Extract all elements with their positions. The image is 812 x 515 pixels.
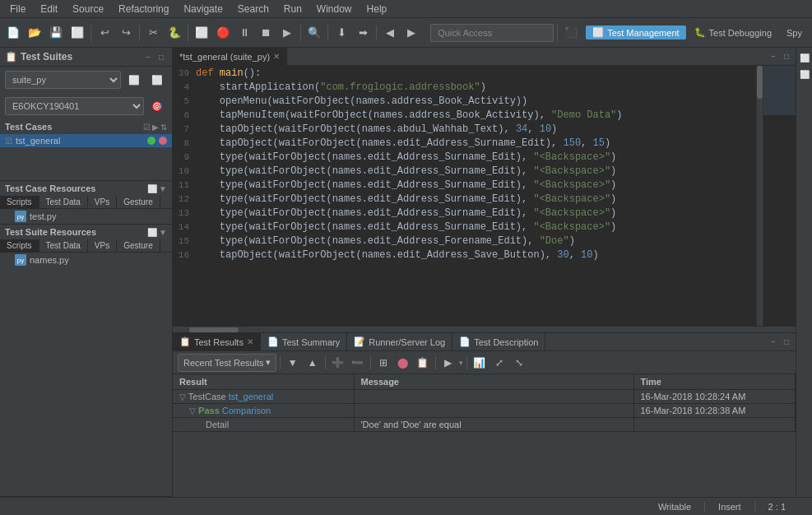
pause-button[interactable]: ⏸ (234, 23, 254, 43)
horizontal-scrollbar[interactable] (173, 326, 796, 332)
tc-checkbox[interactable]: ☑ (143, 123, 151, 132)
step-over-button[interactable]: ➡ (353, 23, 373, 43)
right-strip-btn-1[interactable]: ⬜ (798, 51, 811, 64)
menu-search[interactable]: Search (231, 2, 276, 16)
maximize-test-suites[interactable]: □ (155, 51, 167, 63)
line-code-6: tapMenuItem(waitForObject(names.address_… (196, 109, 756, 121)
bt-run-btn[interactable]: ▶ (439, 354, 457, 372)
sr-add[interactable]: ⬜ (147, 228, 157, 237)
resources-section: Test Case Resources ⬜ ▼ Scripts Test Dat… (0, 181, 172, 225)
suite-dropdown[interactable]: suite_py (5, 71, 121, 89)
bt-copy-btn[interactable]: 📋 (414, 354, 432, 372)
tab-runner-log[interactable]: 📝 Runner/Server Log (347, 333, 452, 350)
res-add[interactable]: ⬜ (147, 184, 157, 193)
forward-button[interactable]: ▶ (401, 23, 421, 43)
line-code-4: startApplication("com.froglogic.addressb… (196, 81, 756, 93)
minimize-bottom[interactable]: − (768, 336, 779, 348)
record-button[interactable]: 🔴 (213, 23, 233, 43)
row2-pass-label: Pass (198, 406, 222, 415)
menu-run[interactable]: Run (277, 2, 309, 16)
bt-grid-btn[interactable]: ⊞ (374, 354, 392, 372)
tc-sort[interactable]: ⇅ (160, 123, 167, 132)
maximize-bottom[interactable]: □ (781, 336, 792, 348)
bt-collapse-btn[interactable]: ⤡ (510, 354, 528, 372)
suite-add-btn[interactable]: ⬜ (124, 70, 144, 90)
playback-button[interactable]: ▶ (277, 23, 297, 43)
suite-res-tab-gesture[interactable]: Gesture (117, 239, 160, 252)
code-content[interactable]: 39 def main(): 4 startApplication("com.f… (173, 66, 756, 326)
minimize-test-suites[interactable]: − (142, 51, 154, 63)
suite-res-tab-vps[interactable]: VPs (88, 239, 117, 252)
suite-settings-btn[interactable]: ⬜ (147, 70, 167, 90)
bt-down-btn[interactable]: ▼ (284, 354, 302, 372)
bt-stop-btn[interactable]: ⬤ (394, 354, 412, 372)
perspective-test-management[interactable]: ⬜ Test Management (586, 26, 685, 39)
bt-run-arrow[interactable]: ▾ (459, 359, 463, 367)
tc-run[interactable]: ▶ (152, 123, 159, 132)
res-more[interactable]: ▼ (159, 184, 167, 193)
table-row[interactable]: ▽ Pass Comparison 16-Mar-2018 10:28:38 A… (173, 404, 796, 418)
record-btn[interactable]: 🎯 (147, 96, 167, 116)
maximize-editor[interactable]: □ (781, 51, 792, 63)
snippet-button[interactable]: ⬜ (192, 23, 211, 43)
row1-link[interactable]: tst_general (229, 392, 273, 401)
suite-res-tab-testdata[interactable]: Test Data (39, 239, 88, 252)
sr-more[interactable]: ▼ (159, 228, 167, 237)
redo-button[interactable]: ↪ (116, 23, 136, 43)
tab-test-results[interactable]: 📋 Test Results ✕ (173, 333, 261, 350)
tab-test-description[interactable]: 📄 Test Description (452, 333, 545, 350)
bt-export-btn[interactable]: 📊 (471, 354, 489, 372)
stop-button[interactable]: ⏹ (256, 23, 276, 43)
tab-test-summary[interactable]: 📄 Test Summary (261, 333, 347, 350)
right-strip-btn-2[interactable]: ⬜ (798, 67, 811, 81)
menu-file[interactable]: File (3, 2, 32, 16)
step-into-button[interactable]: ⬇ (332, 23, 351, 43)
bt-remove-btn[interactable]: ➖ (349, 354, 367, 372)
test-cases-label: Test Cases (5, 122, 52, 132)
minimize-editor[interactable]: − (768, 51, 779, 63)
new-button[interactable]: 📄 (3, 23, 23, 43)
bt-up-btn[interactable]: ▲ (304, 354, 322, 372)
id-dropdown[interactable]: E6OKCY190401 (5, 97, 144, 115)
menu-help[interactable]: Help (360, 2, 394, 16)
inspect-button[interactable]: 🔍 (304, 23, 324, 43)
editor-tab-close[interactable]: ✕ (273, 52, 280, 61)
script-file-item[interactable]: py test.py (0, 209, 172, 224)
open-button[interactable]: 📂 (25, 23, 44, 43)
res-tab-gesture[interactable]: Gesture (117, 196, 160, 208)
editor-tab-tst-general[interactable]: *tst_general (suite_py) ✕ (173, 48, 287, 65)
undo-button[interactable]: ↩ (95, 23, 114, 43)
table-row[interactable]: ▽ TestCase tst_general 16-Mar-2018 10:28… (173, 390, 796, 404)
suite-script-file-item[interactable]: py names.py (0, 253, 172, 267)
test-results-close[interactable]: ✕ (247, 337, 253, 346)
perspective-spy[interactable]: Spy (780, 26, 809, 39)
suite-res-tab-scripts[interactable]: Scripts (0, 239, 39, 252)
row1-expand-icon[interactable]: ▽ (179, 392, 186, 401)
python-button[interactable]: 🐍 (165, 23, 184, 43)
menu-window[interactable]: Window (310, 2, 359, 16)
recent-results-dropdown[interactable]: Recent Test Results ▾ (178, 354, 276, 372)
save-all-button[interactable]: 💾 (46, 23, 66, 43)
res-tab-testdata[interactable]: Test Data (39, 196, 88, 208)
vertical-scrollbar[interactable] (756, 66, 763, 326)
bt-run-dropdown[interactable]: ▾ (459, 359, 463, 367)
res-tab-scripts[interactable]: Scripts (0, 196, 39, 208)
menu-refactoring[interactable]: Refactoring (112, 2, 175, 16)
bt-add-btn[interactable]: ➕ (329, 354, 347, 372)
perspective-test-debugging[interactable]: 🐛 Test Debugging (688, 26, 778, 39)
row2-expand-icon[interactable]: ▽ (189, 406, 196, 415)
res-tab-vps[interactable]: VPs (88, 196, 117, 208)
row2-link[interactable]: Comparison (222, 406, 271, 415)
back-button[interactable]: ◀ (380, 23, 400, 43)
save-button[interactable]: ⬜ (67, 23, 87, 43)
test-case-item[interactable]: ☑ tst_general (0, 134, 172, 147)
menu-edit[interactable]: Edit (34, 2, 64, 16)
menu-source[interactable]: Source (66, 2, 110, 16)
menu-navigate[interactable]: Navigate (177, 2, 229, 16)
bt-expand-btn[interactable]: ⤢ (490, 354, 508, 372)
perspective-icon[interactable]: ⬛ (561, 23, 581, 43)
line-code-15: type(waitForObject(names.edit_Address_Fo… (196, 235, 756, 247)
quick-access-input[interactable] (430, 24, 554, 42)
cursor-button[interactable]: ✂ (143, 23, 163, 43)
toolbar-sep-3 (188, 25, 188, 41)
